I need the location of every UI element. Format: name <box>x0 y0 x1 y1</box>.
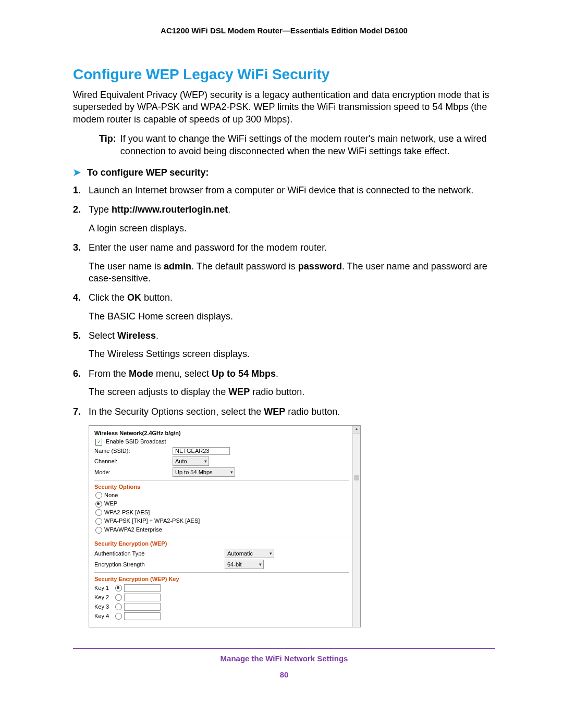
radio-icon[interactable] <box>95 492 102 499</box>
radio-icon[interactable] <box>95 501 102 508</box>
step-6-result: The screen adjusts to display the WEP ra… <box>89 386 495 398</box>
wep-key-4[interactable]: Key 4 <box>94 612 349 620</box>
step-1: Launch an Internet browser from a comput… <box>73 184 495 196</box>
channel-label: Channel: <box>94 458 173 464</box>
tip-label: Tip: <box>99 133 120 157</box>
ssid-label: Name (SSID): <box>94 448 173 454</box>
tip-block: Tip: If you want to change the WiFi sett… <box>99 133 495 157</box>
scroll-thumb[interactable] <box>354 475 359 480</box>
wep-key-title: Security Encryption (WEP) Key <box>94 576 349 582</box>
ssid-input[interactable] <box>173 447 230 455</box>
security-option-mixed[interactable]: WPA-PSK [TKIP] + WPA2-PSK [AES] <box>95 517 349 525</box>
step-2-result: A login screen displays. <box>89 223 495 235</box>
step-4: Click the OK button. The BASIC Home scre… <box>73 292 495 323</box>
wep-key-3[interactable]: Key 3 <box>94 603 349 611</box>
radio-icon[interactable] <box>115 613 122 620</box>
step-2-text: Type http://www.routerlogin.net. <box>89 204 230 215</box>
scrollbar[interactable]: ▴ <box>352 426 360 627</box>
step-4-text: Click the OK button. <box>89 292 173 303</box>
step-list: Launch an Internet browser from a comput… <box>73 184 495 418</box>
step-7-text: In the Security Options section, select … <box>89 406 340 417</box>
page-number: 80 <box>73 670 495 679</box>
step-5-text: Select Wireless. <box>89 330 158 341</box>
step-7: In the Security Options section, select … <box>73 406 495 418</box>
radio-icon[interactable] <box>95 518 102 525</box>
enable-ssid-broadcast[interactable]: Enable SSID Broadcast <box>95 438 349 446</box>
security-option-wpa2[interactable]: WPA2-PSK [AES] <box>95 509 349 516</box>
checkbox-icon[interactable] <box>95 439 102 446</box>
step-3-text: Enter the user name and password for the… <box>89 242 327 253</box>
radio-icon[interactable] <box>115 594 122 601</box>
mode-select[interactable]: Up to 54 Mbps <box>173 467 235 477</box>
step-5: Select Wireless. The Wireless Settings s… <box>73 330 495 361</box>
intro-paragraph: Wired Equivalent Privacy (WEP) security … <box>73 89 495 126</box>
security-option-none[interactable]: None <box>95 492 349 499</box>
footer-chapter: Manage the WiFi Network Settings <box>73 654 495 663</box>
wep-encryption-title: Security Encryption (WEP) <box>94 540 349 547</box>
wep-key-1-input[interactable] <box>124 584 161 592</box>
step-6-text: From the Mode menu, select Up to 54 Mbps… <box>89 368 278 379</box>
radio-icon[interactable] <box>95 527 102 534</box>
auth-type-select[interactable]: Automatic <box>225 549 274 558</box>
tip-text: If you want to change the WiFi settings … <box>120 133 495 157</box>
channel-select[interactable]: Auto <box>173 456 209 466</box>
wep-key-1[interactable]: Key 1 <box>94 584 349 592</box>
encryption-strength-label: Encryption Strength <box>94 561 225 567</box>
security-options-title: Security Options <box>94 484 349 490</box>
security-option-wep[interactable]: WEP <box>95 500 349 508</box>
scroll-up-icon[interactable]: ▴ <box>353 426 360 434</box>
wep-key-3-input[interactable] <box>124 603 161 611</box>
step-5-result: The Wireless Settings screen displays. <box>89 348 495 360</box>
auth-type-label: Authentication Type <box>94 550 225 557</box>
encryption-strength-select[interactable]: 64-bit <box>225 560 264 569</box>
wep-key-4-input[interactable] <box>124 612 161 620</box>
page-header: AC1200 WiFi DSL Modem Router—Essentials … <box>73 26 495 35</box>
security-option-enterprise[interactable]: WPA/WPA2 Enterprise <box>95 526 349 534</box>
radio-icon[interactable] <box>115 603 122 610</box>
wireless-network-title: Wireless Network(2.4GHz b/g/n) <box>94 430 349 436</box>
section-title: Configure WEP Legacy WiFi Security <box>73 66 495 83</box>
wep-key-2[interactable]: Key 2 <box>94 594 349 601</box>
procedure-title: To configure WEP security: <box>87 167 209 178</box>
procedure-heading: ➤ To configure WEP security: <box>73 167 495 178</box>
step-3: Enter the user name and password for the… <box>73 242 495 285</box>
step-2: Type http://www.routerlogin.net. A login… <box>73 204 495 235</box>
step-6: From the Mode menu, select Up to 54 Mbps… <box>73 368 495 399</box>
footer-rule <box>73 648 495 649</box>
wep-key-2-input[interactable] <box>124 594 161 601</box>
chevron-right-icon: ➤ <box>73 167 84 178</box>
wireless-settings-screenshot: ▴ Wireless Network(2.4GHz b/g/n) Enable … <box>89 425 361 627</box>
mode-label: Mode: <box>94 469 173 475</box>
radio-icon[interactable] <box>115 585 122 591</box>
radio-icon[interactable] <box>95 509 102 516</box>
step-3-result: The user name is admin. The default pass… <box>89 261 495 285</box>
step-1-text: Launch an Internet browser from a comput… <box>89 185 473 195</box>
step-4-result: The BASIC Home screen displays. <box>89 311 495 323</box>
